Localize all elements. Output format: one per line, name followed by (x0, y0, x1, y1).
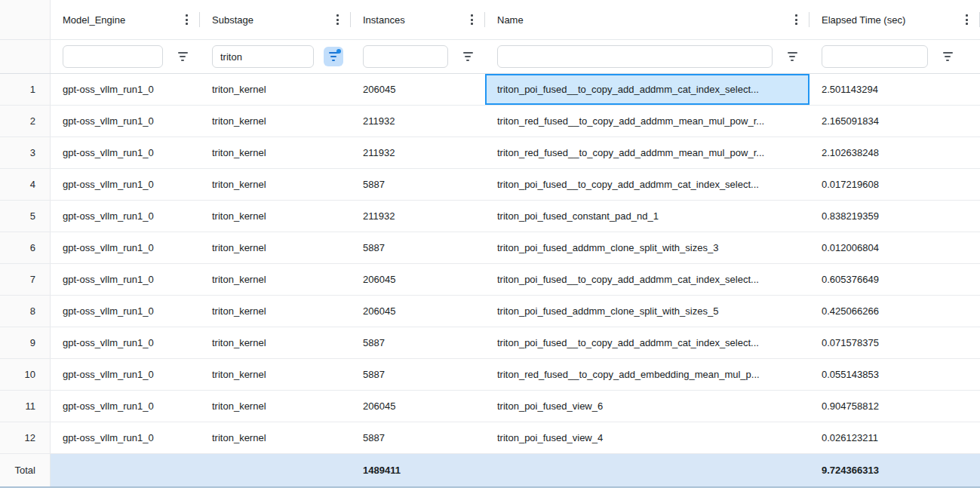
column-header-instances[interactable]: Instances (351, 0, 485, 39)
table-row[interactable]: 1 gpt-oss_vllm_run1_0 triton_kernel 2060… (0, 74, 980, 106)
row-number[interactable]: 8 (0, 296, 51, 327)
cell-elapsed-time[interactable]: 0.904758812 (809, 391, 980, 422)
table-row[interactable]: 6 gpt-oss_vllm_run1_0 triton_kernel 5887… (0, 232, 980, 264)
cell-model-engine[interactable]: gpt-oss_vllm_run1_0 (51, 391, 200, 422)
cell-instances[interactable]: 5887 (351, 232, 485, 263)
cell-name[interactable]: triton_poi_fused_addmm_clone_split_with_… (485, 232, 809, 263)
cell-model-engine[interactable]: gpt-oss_vllm_run1_0 (51, 359, 200, 390)
cell-name[interactable]: triton_red_fused__to_copy_add_addmm_mean… (485, 106, 809, 137)
cell-model-engine[interactable]: gpt-oss_vllm_run1_0 (51, 74, 200, 105)
cell-name[interactable]: triton_poi_fused_view_4 (485, 422, 809, 453)
model-engine-filter-input[interactable] (63, 45, 163, 68)
row-number[interactable]: 9 (0, 327, 51, 358)
cell-substage[interactable]: triton_kernel (200, 74, 351, 105)
row-number[interactable]: 5 (0, 201, 51, 232)
name-filter-input[interactable] (497, 45, 773, 68)
row-number[interactable]: 10 (0, 359, 51, 390)
cell-instances[interactable]: 211932 (351, 201, 485, 232)
cell-instances[interactable]: 5887 (351, 169, 485, 200)
cell-substage[interactable]: triton_kernel (200, 232, 351, 263)
cell-substage[interactable]: triton_kernel (200, 391, 351, 422)
cell-name[interactable]: triton_red_fused__to_copy_add_embedding_… (485, 359, 809, 390)
column-header-name[interactable]: Name (485, 0, 809, 39)
instances-filter-input[interactable] (363, 45, 448, 68)
table-row[interactable]: 4 gpt-oss_vllm_run1_0 triton_kernel 5887… (0, 169, 980, 201)
cell-elapsed-time[interactable]: 0.017219608 (809, 169, 980, 200)
table-row[interactable]: 9 gpt-oss_vllm_run1_0 triton_kernel 5887… (0, 327, 980, 359)
column-header-model-engine[interactable]: Model_Engine (51, 0, 200, 39)
cell-instances[interactable]: 206045 (351, 264, 485, 295)
table-row[interactable]: 7 gpt-oss_vllm_run1_0 triton_kernel 2060… (0, 264, 980, 296)
cell-model-engine[interactable]: gpt-oss_vllm_run1_0 (51, 296, 200, 327)
row-number[interactable]: 12 (0, 422, 51, 453)
filter-icon[interactable] (173, 47, 192, 66)
cell-instances[interactable]: 206045 (351, 391, 485, 422)
cell-name[interactable]: triton_poi_fused_addmm_clone_split_with_… (485, 296, 809, 327)
cell-model-engine[interactable]: gpt-oss_vllm_run1_0 (51, 106, 200, 137)
cell-elapsed-time[interactable]: 0.055143853 (809, 359, 980, 390)
column-header-elapsed-time[interactable]: Elapsed Time (sec) (809, 0, 980, 39)
column-menu-icon[interactable] (333, 11, 342, 28)
table-row[interactable]: 5 gpt-oss_vllm_run1_0 triton_kernel 2119… (0, 201, 980, 232)
cell-substage[interactable]: triton_kernel (200, 359, 351, 390)
table-row[interactable]: 3 gpt-oss_vllm_run1_0 triton_kernel 2119… (0, 137, 980, 169)
column-menu-icon[interactable] (963, 11, 971, 28)
table-row[interactable]: 12 gpt-oss_vllm_run1_0 triton_kernel 588… (0, 422, 980, 454)
cell-model-engine[interactable]: gpt-oss_vllm_run1_0 (51, 264, 200, 295)
column-menu-icon[interactable] (792, 11, 800, 28)
column-menu-icon[interactable] (468, 11, 476, 28)
filter-icon[interactable] (782, 47, 802, 66)
row-number[interactable]: 3 (0, 137, 51, 168)
cell-elapsed-time[interactable]: 0.605376649 (809, 264, 980, 295)
cell-name[interactable]: triton_poi_fused_view_6 (485, 391, 809, 422)
table-row[interactable]: 2 gpt-oss_vllm_run1_0 triton_kernel 2119… (0, 106, 980, 137)
row-number[interactable]: 7 (0, 264, 51, 295)
row-number[interactable]: 4 (0, 169, 51, 200)
cell-substage[interactable]: triton_kernel (200, 422, 351, 453)
cell-elapsed-time[interactable]: 2.165091834 (809, 106, 980, 137)
table-row[interactable]: 8 gpt-oss_vllm_run1_0 triton_kernel 2060… (0, 296, 980, 327)
active-filter-icon[interactable] (324, 47, 343, 66)
cell-model-engine[interactable]: gpt-oss_vllm_run1_0 (51, 232, 200, 263)
cell-model-engine[interactable]: gpt-oss_vllm_run1_0 (51, 201, 200, 232)
filter-icon[interactable] (458, 47, 478, 66)
cell-elapsed-time[interactable]: 2.501143294 (809, 74, 980, 105)
cell-substage[interactable]: triton_kernel (200, 327, 351, 358)
cell-instances[interactable]: 206045 (351, 296, 485, 327)
cell-name[interactable]: triton_poi_fused__to_copy_add_addmm_cat_… (485, 169, 809, 200)
cell-model-engine[interactable]: gpt-oss_vllm_run1_0 (51, 137, 200, 168)
cell-instances[interactable]: 206045 (351, 74, 485, 105)
table-row[interactable]: 11 gpt-oss_vllm_run1_0 triton_kernel 206… (0, 391, 980, 422)
cell-elapsed-time[interactable]: 0.425066266 (809, 296, 980, 327)
cell-model-engine[interactable]: gpt-oss_vllm_run1_0 (51, 169, 200, 200)
column-menu-icon[interactable] (183, 11, 191, 28)
cell-substage[interactable]: triton_kernel (200, 296, 351, 327)
cell-elapsed-time[interactable]: 0.012006804 (809, 232, 980, 263)
cell-substage[interactable]: triton_kernel (200, 169, 351, 200)
row-number[interactable]: 2 (0, 106, 51, 137)
cell-elapsed-time[interactable]: 0.838219359 (809, 201, 980, 232)
row-number[interactable]: 11 (0, 391, 51, 422)
row-number[interactable]: 1 (0, 74, 51, 105)
cell-elapsed-time[interactable]: 0.071578375 (809, 327, 980, 358)
column-header-substage[interactable]: Substage (200, 0, 351, 39)
cell-substage[interactable]: triton_kernel (200, 137, 351, 168)
row-number[interactable]: 6 (0, 232, 51, 263)
cell-name[interactable]: triton_poi_fused__to_copy_add_addmm_cat_… (485, 264, 809, 295)
cell-instances[interactable]: 5887 (351, 422, 485, 453)
cell-substage[interactable]: triton_kernel (200, 264, 351, 295)
cell-instances[interactable]: 5887 (351, 327, 485, 358)
cell-name[interactable]: triton_poi_fused__to_copy_add_addmm_cat_… (485, 327, 809, 358)
cell-elapsed-time[interactable]: 0.026123211 (809, 422, 980, 453)
table-row[interactable]: 10 gpt-oss_vllm_run1_0 triton_kernel 588… (0, 359, 980, 391)
cell-model-engine[interactable]: gpt-oss_vllm_run1_0 (51, 422, 200, 453)
cell-name[interactable]: triton_poi_fused__to_copy_add_addmm_cat_… (485, 74, 809, 105)
cell-name[interactable]: triton_red_fused__to_copy_add_addmm_mean… (485, 137, 809, 168)
cell-elapsed-time[interactable]: 2.102638248 (809, 137, 980, 168)
elapsed-time-filter-input[interactable] (822, 45, 928, 68)
cell-substage[interactable]: triton_kernel (200, 106, 351, 137)
cell-instances[interactable]: 5887 (351, 359, 485, 390)
cell-name[interactable]: triton_poi_fused_constant_pad_nd_1 (485, 201, 809, 232)
cell-substage[interactable]: triton_kernel (200, 201, 351, 232)
cell-instances[interactable]: 211932 (351, 137, 485, 168)
